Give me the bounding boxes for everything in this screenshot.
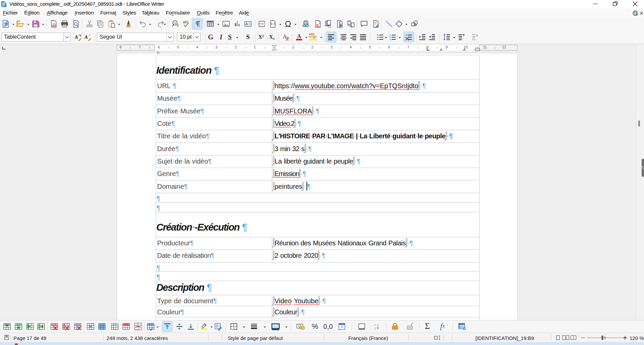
svg-text:#: # <box>341 325 343 329</box>
svg-text:3: 3 <box>390 38 391 41</box>
svg-text:a: a <box>174 21 176 25</box>
svg-text:A: A <box>74 34 78 40</box>
svg-text:A: A <box>84 34 88 40</box>
svg-text:A: A <box>374 323 376 326</box>
svg-text:A: A <box>245 22 248 26</box>
svg-text:0: 0 <box>394 326 396 330</box>
svg-text:ab: ab <box>310 33 314 37</box>
svg-text:A: A <box>297 33 301 39</box>
svg-text:1: 1 <box>319 21 321 25</box>
svg-text:d: d <box>177 24 179 27</box>
svg-text:Z: Z <box>374 327 376 330</box>
svg-text:[i]: [i] <box>328 24 331 28</box>
